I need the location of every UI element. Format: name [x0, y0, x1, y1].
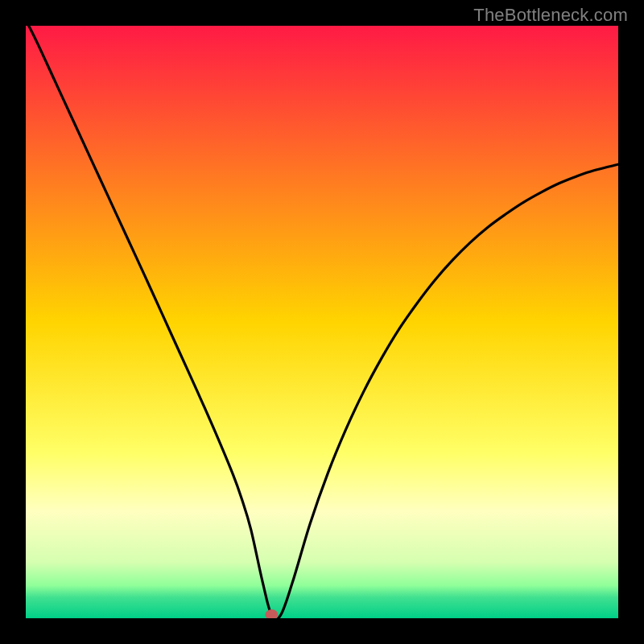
- chart-frame: TheBottleneck.com: [0, 0, 644, 644]
- attribution-label: TheBottleneck.com: [473, 5, 628, 26]
- chart-background: [26, 26, 618, 618]
- bottleneck-chart: [26, 26, 618, 618]
